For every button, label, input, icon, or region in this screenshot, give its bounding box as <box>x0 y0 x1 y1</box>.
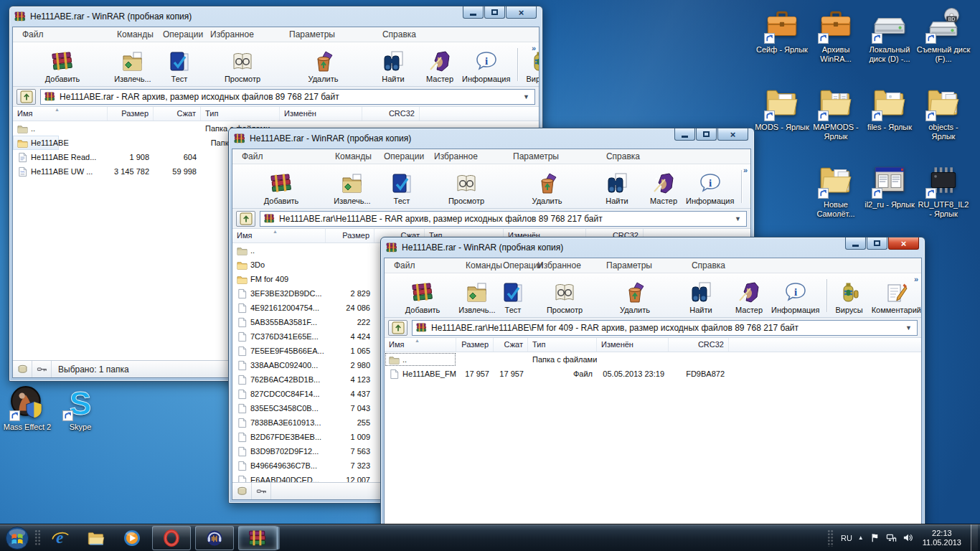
taskbar-internet-explorer[interactable]: e <box>44 526 76 550</box>
network-icon[interactable] <box>886 532 897 543</box>
maximize-button[interactable] <box>867 237 887 250</box>
toolbar-button[interactable]: Вирусы <box>522 44 540 85</box>
close-button[interactable]: × <box>717 128 748 141</box>
toolbar-button[interactable]: Найти <box>671 276 731 316</box>
column-header[interactable]: Имя <box>232 229 326 242</box>
column-header[interactable]: Размер <box>456 338 494 352</box>
key-status-cell[interactable] <box>32 361 52 377</box>
menu-item[interactable]: Файл <box>387 260 459 270</box>
titlebar[interactable]: He111ABE.rar - WinRAR (пробная копия) × <box>12 6 540 27</box>
desktop-icon[interactable]: MAPMODS - Ярлык <box>809 85 863 141</box>
menu-item[interactable]: Параметры <box>507 151 589 161</box>
toolbar-button[interactable]: Просмотр <box>530 276 599 316</box>
toolbar-button[interactable]: Удалить <box>599 276 671 316</box>
menu-item[interactable]: Избранное <box>531 260 600 270</box>
key-status-cell[interactable] <box>252 483 271 499</box>
taskbar-audacity[interactable] <box>195 526 234 550</box>
toolbar-overflow-chevron[interactable]: » <box>743 166 748 174</box>
menu-item[interactable]: Команды <box>459 260 496 270</box>
column-header[interactable]: Тип <box>528 338 597 352</box>
titlebar[interactable]: He111ABE.rar - WinRAR (пробная копия) × <box>232 128 751 149</box>
taskbar-clock[interactable]: 22:13 11.05.2013 <box>923 529 961 547</box>
menu-item[interactable]: Команды <box>329 151 377 161</box>
desktop-icon[interactable]: Сейф - Ярлык <box>755 7 809 55</box>
desktop-icon[interactable]: Новые Самолёт... <box>809 162 863 219</box>
column-header[interactable]: Имя <box>13 107 108 121</box>
menu-item[interactable]: Операции <box>496 260 531 270</box>
He111ABE UW ...[interactable]: He111ABE UW ... 3 145 782 59 998 <box>13 164 92 179</box>
volume-icon[interactable] <box>903 532 913 543</box>
toolbar-button[interactable]: Мастер <box>646 166 682 207</box>
toolbar-button[interactable]: Вирусы <box>831 276 867 316</box>
desktop-icon[interactable]: BD Съемный диск (F)... <box>916 7 971 64</box>
toolbar-button[interactable]: Тест <box>377 166 427 207</box>
menu-item[interactable]: Параметры <box>600 260 672 270</box>
tray-grip[interactable] <box>827 529 834 547</box>
toolbar-button[interactable]: Добавить <box>387 276 458 316</box>
menu-item[interactable]: Справка <box>589 151 646 161</box>
..[interactable]: .. Папка с файлами <box>385 352 456 367</box>
3EF3BE32DB9DC...[interactable]: 3EF3BE32DB9DC... 2 829 <box>232 286 311 301</box>
menu-item[interactable]: Операции <box>377 151 428 161</box>
..[interactable]: .. Папка с файлами <box>13 121 108 136</box>
5AB355BA3581F...[interactable]: 5AB355BA3581F... 222 <box>232 315 290 329</box>
desktop-icon[interactable]: files - Ярлык <box>862 85 917 132</box>
toolbar-button[interactable]: Тест <box>156 44 203 85</box>
toolbar-button[interactable]: Просмотр <box>427 166 506 207</box>
toolbar-button[interactable]: Просмотр <box>203 44 282 85</box>
maximize-button[interactable] <box>696 128 717 141</box>
up-directory-button[interactable] <box>236 211 255 227</box>
minimize-button[interactable] <box>463 6 484 19</box>
toolbar-overflow-chevron[interactable]: » <box>532 44 536 52</box>
menu-item[interactable]: Операции <box>156 29 204 39</box>
toolbar-overflow-chevron[interactable]: » <box>914 275 918 283</box>
desktop-icon[interactable]: il2_ru - Ярлык <box>862 162 917 209</box>
language-indicator[interactable]: RU <box>841 534 852 542</box>
archive-path-combobox[interactable]: He111ABE.rar\He111ABE - RAR архив, разме… <box>260 211 747 227</box>
toolbar-button[interactable]: Найти <box>364 44 422 85</box>
column-header[interactable]: CRC32 <box>669 338 729 352</box>
archive-path-combobox[interactable]: He111ABE.rar\He111ABE\FM for 409 - RAR а… <box>412 320 918 336</box>
4E921612004754...[interactable]: 4E921612004754... 24 086 <box>232 301 315 315</box>
menu-item[interactable]: Параметры <box>283 29 365 39</box>
He111ABE[interactable]: He111ABE Папка с файлами <box>13 136 59 150</box>
menu-item[interactable]: Справка <box>365 29 423 39</box>
column-header[interactable]: Сжат <box>494 338 528 352</box>
toolbar-button[interactable]: Извлечь... <box>328 166 377 207</box>
disk-status-cell[interactable] <box>232 483 252 499</box>
archive-path-combobox[interactable]: He111ABE.rar - RAR архив, размер исходны… <box>40 89 535 105</box>
toolbar-button[interactable]: i Информация <box>767 276 824 316</box>
menu-item[interactable]: Избранное <box>428 151 507 161</box>
column-header[interactable]: Имя <box>385 338 456 352</box>
desktop-icon[interactable]: objects - Ярлык <box>916 85 971 141</box>
toolbar-button[interactable]: Тест <box>496 276 530 316</box>
start-button[interactable] <box>1 524 33 551</box>
taskbar-windows-explorer[interactable] <box>80 526 112 550</box>
menu-item[interactable]: Избранное <box>204 29 283 39</box>
He111ABE_FM[interactable]: He111ABE_FM 17 957 17 957 Файл 05.05.201… <box>385 367 422 381</box>
desktop-icon[interactable]: Архивы WinRA... <box>809 7 863 64</box>
column-header[interactable]: Тип <box>201 107 280 121</box>
He111ABE Read...[interactable]: He111ABE Read... 1 908 604 <box>13 150 60 164</box>
toolbar-button[interactable]: Удалить <box>506 166 588 207</box>
disk-status-cell[interactable] <box>13 361 32 377</box>
..[interactable]: .. <box>232 243 326 258</box>
toolbar-button[interactable]: Мастер <box>731 276 767 316</box>
up-directory-button[interactable] <box>388 320 407 336</box>
up-directory-button[interactable] <box>17 89 36 105</box>
taskbar-media-player[interactable] <box>116 526 148 550</box>
taskbar-winrar[interactable] <box>238 526 277 550</box>
show-desktop-button[interactable] <box>971 524 978 551</box>
column-header[interactable]: Размер <box>108 107 154 121</box>
dropdown-arrow-icon[interactable]: ▼ <box>522 93 531 100</box>
toolbar-button[interactable]: Найти <box>588 166 646 207</box>
hidden-icons-arrow-icon[interactable]: ▲ <box>858 534 864 541</box>
menu-item[interactable]: Команды <box>110 29 156 39</box>
desktop-icon[interactable]: Локальный диск (D) -... <box>862 7 917 64</box>
FM for 409[interactable]: FM for 409 <box>232 272 283 286</box>
menu-item[interactable]: Файл <box>235 151 329 161</box>
menu-item[interactable]: Справка <box>672 260 732 270</box>
maximize-button[interactable] <box>484 6 505 19</box>
dropdown-arrow-icon[interactable]: ▼ <box>733 215 743 222</box>
column-header[interactable]: Изменён <box>280 107 362 121</box>
